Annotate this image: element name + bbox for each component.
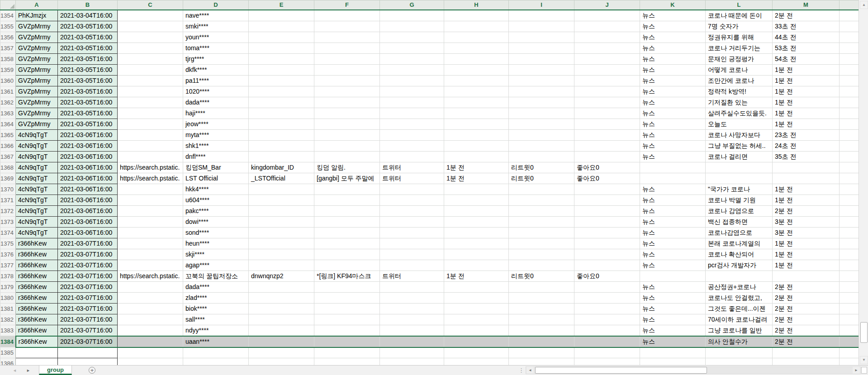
cell-D1354[interactable]: nave****	[183, 10, 249, 21]
cell-M1363[interactable]: 1분 전	[773, 108, 840, 119]
cell-J1360[interactable]	[574, 75, 640, 86]
cell-D1373[interactable]: dowi****	[183, 216, 249, 227]
cell-A1382[interactable]: r366hKew	[16, 314, 58, 325]
cell-H1369[interactable]: 1분 전	[444, 173, 509, 184]
cell-G1379[interactable]	[380, 281, 444, 292]
cell-D1374[interactable]: sond****	[183, 227, 249, 238]
cell-L1382[interactable]: 70세이하 코로나걸려	[706, 314, 773, 325]
cell-C1363[interactable]	[118, 108, 183, 119]
cell-M1364[interactable]: 1분 전	[773, 119, 840, 129]
cell-G1382[interactable]	[380, 314, 444, 325]
cell-L1363[interactable]: 살려주실수도있을듯.	[706, 108, 773, 119]
cell-C1381[interactable]	[118, 303, 183, 314]
cell-J1378[interactable]: 좋아요0	[574, 271, 640, 281]
cell-C1360[interactable]	[118, 75, 183, 86]
cell-B1386[interactable]	[58, 358, 118, 366]
cell-A1366[interactable]: 4cN9qTgT	[16, 140, 58, 151]
cell-F1361[interactable]	[314, 86, 380, 97]
cell-E1383[interactable]	[249, 325, 314, 336]
cell-A1355[interactable]: GVZpMrmy	[16, 21, 58, 32]
cell-K1375[interactable]: 뉴스	[640, 238, 706, 249]
cell-H1375[interactable]	[444, 238, 509, 249]
cell-M1386[interactable]	[773, 358, 840, 366]
cell-L1371[interactable]: 코로나 박멸 기원	[706, 195, 773, 205]
cell-H1360[interactable]	[444, 75, 509, 86]
cell-A1372[interactable]: 4cN9qTgT	[16, 205, 58, 216]
cell-K1374[interactable]: 뉴스	[640, 227, 706, 238]
cell-K1362[interactable]: 뉴스	[640, 97, 706, 108]
cell-G1376[interactable]	[380, 249, 444, 260]
cell-J1385[interactable]	[574, 347, 640, 358]
cell-K1376[interactable]: 뉴스	[640, 249, 706, 260]
cell-H1357[interactable]	[444, 43, 509, 53]
cell-B1383[interactable]: 2021-03-07T16:00	[58, 325, 118, 336]
column-header-B[interactable]: B	[58, 0, 118, 10]
cell-F1364[interactable]	[314, 119, 380, 129]
cell-I1364[interactable]	[509, 119, 574, 129]
cell-N1354[interactable]	[840, 10, 859, 21]
cell-A1365[interactable]: 4cN9qTgT	[16, 129, 58, 140]
cell-C1357[interactable]	[118, 43, 183, 53]
cell-H1383[interactable]	[444, 325, 509, 336]
cell-F1380[interactable]	[314, 292, 380, 303]
row-header-1358[interactable]: 1358	[0, 53, 16, 64]
cell-L1383[interactable]: 그냥 코로나를 일반	[706, 325, 773, 336]
cell-E1386[interactable]	[249, 358, 314, 366]
row-header-1354[interactable]: 1354	[0, 10, 16, 21]
cell-B1355[interactable]: 2021-03-05T16:00	[58, 21, 118, 32]
cell-N1378[interactable]	[840, 271, 859, 281]
cell-L1385[interactable]	[706, 347, 773, 358]
cell-E1360[interactable]	[249, 75, 314, 86]
cell-I1386[interactable]	[509, 358, 574, 366]
cell-A1363[interactable]: GVZpMrmy	[16, 108, 58, 119]
cell-K1379[interactable]: 뉴스	[640, 281, 706, 292]
column-header-L[interactable]: L	[706, 0, 773, 10]
cell-F1383[interactable]	[314, 325, 380, 336]
cell-I1357[interactable]	[509, 43, 574, 53]
cell-C1383[interactable]	[118, 325, 183, 336]
cell-C1362[interactable]	[118, 97, 183, 108]
cell-H1355[interactable]	[444, 21, 509, 32]
cell-E1371[interactable]	[249, 195, 314, 205]
cell-N1380[interactable]	[840, 292, 859, 303]
cell-M1370[interactable]: 1분 전	[773, 184, 840, 195]
row-header-1365[interactable]: 1365	[0, 129, 16, 140]
add-sheet-button[interactable]: +	[89, 367, 95, 374]
cell-L1369[interactable]	[706, 173, 773, 184]
cell-L1367[interactable]: 코로나 걸리면	[706, 151, 773, 162]
cell-H1373[interactable]	[444, 216, 509, 227]
column-header-J[interactable]: J	[574, 0, 640, 10]
cell-M1367[interactable]: 35초 전	[773, 151, 840, 162]
cell-K1360[interactable]: 뉴스	[640, 75, 706, 86]
cell-A1368[interactable]: 4cN9qTgT	[16, 162, 58, 173]
cell-F1381[interactable]	[314, 303, 380, 314]
cell-M1377[interactable]: 1분 전	[773, 260, 840, 271]
cell-F1386[interactable]	[314, 358, 380, 366]
cell-H1382[interactable]	[444, 314, 509, 325]
cell-E1374[interactable]	[249, 227, 314, 238]
row-header-1372[interactable]: 1372	[0, 205, 16, 216]
cell-H1380[interactable]	[444, 292, 509, 303]
cell-K1364[interactable]: 뉴스	[640, 119, 706, 129]
cell-L1375[interactable]: 본래 코로나계열의	[706, 238, 773, 249]
cell-E1381[interactable]	[249, 303, 314, 314]
cell-I1369[interactable]: 리트윗0	[509, 173, 574, 184]
cell-J1377[interactable]	[574, 260, 640, 271]
cell-I1376[interactable]	[509, 249, 574, 260]
cell-A1361[interactable]: GVZpMrmy	[16, 86, 58, 97]
cell-J1358[interactable]	[574, 53, 640, 64]
cell-N1386[interactable]	[840, 358, 859, 366]
cell-F1359[interactable]	[314, 64, 380, 75]
cell-F1355[interactable]	[314, 21, 380, 32]
cell-A1385[interactable]	[16, 347, 58, 358]
cell-N1385[interactable]	[840, 347, 859, 358]
cell-B1368[interactable]: 2021-03-06T16:00	[58, 162, 118, 173]
row-header-1370[interactable]: 1370	[0, 184, 16, 195]
cell-L1361[interactable]: 정략적 k방역!	[706, 86, 773, 97]
cell-D1385[interactable]	[183, 347, 249, 358]
cell-J1373[interactable]	[574, 216, 640, 227]
cell-H1377[interactable]	[444, 260, 509, 271]
cell-D1361[interactable]: 1020****	[183, 86, 249, 97]
cell-K1380[interactable]: 뉴스	[640, 292, 706, 303]
cell-G1370[interactable]	[380, 184, 444, 195]
